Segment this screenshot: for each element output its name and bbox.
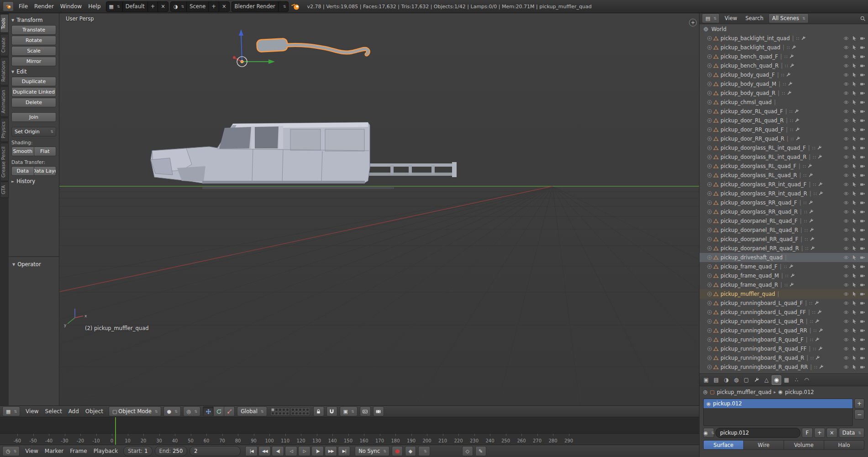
- expand-icon[interactable]: [707, 200, 712, 205]
- layer-toggle-15[interactable]: [306, 408, 309, 411]
- data-transfer-data-layo[interactable]: Data Layo: [34, 166, 57, 176]
- renderability-camera-icon[interactable]: [860, 337, 865, 342]
- layout-name[interactable]: Default: [122, 2, 147, 11]
- visibility-eye-icon[interactable]: [843, 246, 849, 251]
- engine-name[interactable]: Blender Render: [232, 2, 278, 11]
- properties-tab-object[interactable]: ▢: [742, 375, 751, 385]
- jump-to-start-button[interactable]: |◀: [245, 446, 258, 456]
- menu-info-window[interactable]: Window: [57, 3, 85, 10]
- outliner-item[interactable]: pickup_doorpanel_RR_quad_F|∷: [700, 235, 868, 244]
- selectability-cursor-icon[interactable]: [852, 136, 857, 142]
- selectability-cursor-icon[interactable]: [852, 154, 857, 160]
- menu-info-file[interactable]: File: [16, 3, 31, 10]
- expand-icon[interactable]: [707, 319, 712, 324]
- expand-icon[interactable]: [707, 291, 712, 297]
- play-button[interactable]: ▷: [298, 446, 310, 456]
- renderability-camera-icon[interactable]: [860, 355, 865, 361]
- outliner-item[interactable]: pickup_frame_quad_F|∷: [700, 262, 868, 271]
- selectability-cursor-icon[interactable]: [852, 319, 857, 324]
- visibility-eye-icon[interactable]: [843, 173, 849, 178]
- visibility-eye-icon[interactable]: [843, 337, 849, 342]
- expand-icon[interactable]: [707, 145, 712, 151]
- layer-toggle-20[interactable]: [306, 412, 309, 415]
- expand-icon[interactable]: [707, 127, 712, 132]
- renderability-camera-icon[interactable]: [860, 90, 865, 96]
- unlink-material-button[interactable]: ×: [826, 428, 837, 438]
- outliner-item[interactable]: pickup_frame_quad_M|∷: [700, 271, 868, 280]
- layer-toggle-17[interactable]: [295, 412, 298, 415]
- auto-keyframe-button[interactable]: ●: [392, 446, 403, 456]
- menu-view3d-add[interactable]: Add: [65, 408, 82, 415]
- visibility-eye-icon[interactable]: [843, 264, 849, 269]
- outliner-item[interactable]: pickup_body_quad_F|∷: [700, 70, 868, 79]
- selectability-cursor-icon[interactable]: [852, 310, 857, 315]
- expand-icon[interactable]: [707, 337, 712, 342]
- expand-icon[interactable]: [707, 72, 712, 78]
- translate-manipulator-button[interactable]: [203, 406, 214, 416]
- set-origin-menu[interactable]: Set Origin⇅: [11, 127, 56, 137]
- visibility-eye-icon[interactable]: [843, 118, 849, 123]
- properties-tab-texture[interactable]: ▦: [782, 375, 791, 385]
- outliner-item[interactable]: pickup_doorglass_RR_quad_F|∷: [700, 198, 868, 207]
- outliner-item[interactable]: pickup_door_RR_quad_F|∷: [700, 125, 868, 134]
- properties-tab-render[interactable]: ▣: [701, 375, 711, 385]
- shelf-tab-create[interactable]: Create: [0, 34, 9, 56]
- visibility-eye-icon[interactable]: [843, 109, 849, 114]
- layer-toggle-16[interactable]: [291, 412, 295, 415]
- visibility-eye-icon[interactable]: [843, 163, 849, 169]
- renderability-camera-icon[interactable]: [860, 63, 865, 68]
- current-frame-indicator[interactable]: [115, 417, 116, 445]
- expand-icon[interactable]: [707, 264, 712, 269]
- outliner-item[interactable]: pickup_bench_quad_F|∷: [700, 52, 868, 61]
- outliner-item[interactable]: pickup_runningboard_R_quad_R|∷: [700, 353, 868, 362]
- renderability-camera-icon[interactable]: [860, 45, 865, 50]
- outliner-item[interactable]: pickup_runningboard_R_quad_RR|∷: [700, 362, 868, 372]
- delete-layout-button[interactable]: ×: [158, 2, 168, 11]
- layer-toggle-14[interactable]: [302, 408, 305, 411]
- renderability-camera-icon[interactable]: [860, 236, 865, 242]
- snap-element-selector[interactable]: ▣⇅: [340, 406, 358, 416]
- mode-selector[interactable]: ▢Object Mode⇅: [109, 406, 161, 416]
- region-expand-icon[interactable]: +: [689, 19, 697, 26]
- shelf-tab-animation[interactable]: Animation: [0, 86, 9, 117]
- outliner-item[interactable]: pickup_doorglass_RR_int_quad_F|∷: [700, 180, 868, 189]
- visibility-eye-icon[interactable]: [843, 346, 849, 352]
- selectability-cursor-icon[interactable]: [852, 227, 857, 233]
- outliner-item[interactable]: pickup_backlight_int_quad|∷: [700, 34, 868, 43]
- outliner-item[interactable]: pickup_runningboard_R_quad_FF|∷: [700, 344, 868, 353]
- expand-icon[interactable]: [707, 255, 712, 260]
- expand-icon[interactable]: [707, 346, 712, 352]
- panel-header-operator[interactable]: ▼Operator: [12, 261, 55, 268]
- outliner-item[interactable]: pickup_chmsl_quad|: [700, 98, 868, 107]
- tool-scale[interactable]: Scale: [11, 46, 56, 56]
- breadcrumb-object[interactable]: pickup_muffler_quad: [717, 389, 772, 395]
- material-type-surface[interactable]: Surface: [703, 440, 744, 450]
- renderability-camera-icon[interactable]: [860, 319, 865, 324]
- renderability-camera-icon[interactable]: [860, 291, 865, 297]
- outliner-item[interactable]: pickup_doorglass_RR_int_quad_R|∷: [700, 189, 868, 198]
- properties-tab-render-layers[interactable]: ▤: [711, 375, 721, 385]
- editor-type-selector-timeline[interactable]: ◷⇅: [2, 446, 20, 456]
- expand-icon[interactable]: [707, 109, 712, 114]
- expand-icon[interactable]: [707, 36, 712, 41]
- menu-timeline-playback[interactable]: Playback: [90, 448, 121, 454]
- visibility-eye-icon[interactable]: [843, 154, 849, 160]
- selectability-cursor-icon[interactable]: [852, 200, 857, 205]
- selectability-cursor-icon[interactable]: [852, 45, 857, 50]
- outliner-item[interactable]: pickup_runningboard_L_quad_R|∷: [700, 317, 868, 326]
- outliner-item[interactable]: pickup_runningboard_L_quad_RR|∷: [700, 326, 868, 335]
- outliner-item[interactable]: pickup_door_RR_quad_R|∷: [700, 134, 868, 143]
- outliner-item[interactable]: pickup_body_quad_R|∷: [700, 89, 868, 98]
- insert-keyframe-button[interactable]: ◇: [462, 446, 473, 456]
- selectability-cursor-icon[interactable]: [852, 182, 857, 187]
- selectability-cursor-icon[interactable]: [852, 355, 857, 361]
- outliner-item[interactable]: pickup_doorglass_RR_quad_R|∷: [700, 207, 868, 216]
- opengl-render-anim-button[interactable]: [373, 406, 384, 416]
- layer-toggle-9[interactable]: [282, 412, 285, 415]
- expand-icon[interactable]: [707, 246, 712, 251]
- material-type-halo[interactable]: Halo: [824, 440, 864, 450]
- delete-keyframe-button[interactable]: ✎: [475, 446, 486, 456]
- expand-icon[interactable]: [707, 100, 712, 105]
- selectability-cursor-icon[interactable]: [852, 173, 857, 178]
- outliner-item[interactable]: pickup_frame_quad_R|∷: [700, 280, 868, 289]
